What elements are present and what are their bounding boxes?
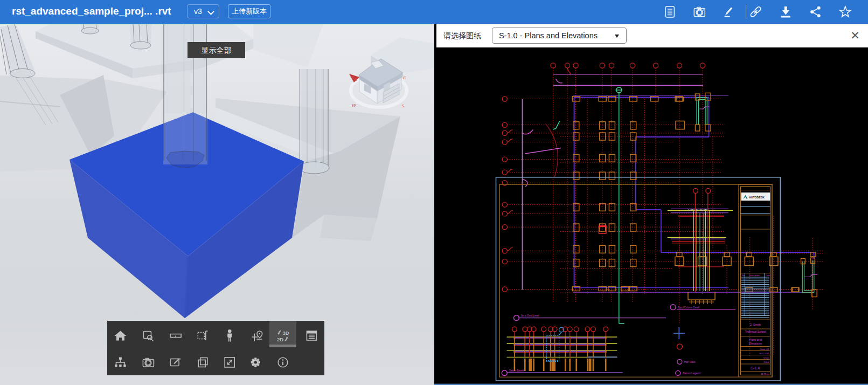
svg-text:AUTODESK: AUTODESK bbox=[749, 196, 765, 199]
svg-text:E: E bbox=[403, 75, 406, 80]
svg-text:S: S bbox=[401, 104, 405, 108]
svg-text:3D: 3D bbox=[283, 330, 289, 336]
svg-text:2. Smith: 2. Smith bbox=[750, 323, 761, 326]
svg-text:Drwn: Drwn bbox=[763, 356, 769, 359]
svg-text:Chkd: Chkd bbox=[763, 361, 769, 363]
svg-text:Description: Description bbox=[749, 274, 760, 277]
svg-text:Hdr Rails: Hdr Rails bbox=[684, 360, 696, 363]
svg-text:Scl 1:100: Scl 1:100 bbox=[760, 352, 769, 355]
svg-text:Datum Legend: Datum Legend bbox=[683, 372, 700, 375]
svg-text:2D: 2D bbox=[277, 336, 283, 342]
svg-text:Typcl Column Detail: Typcl Column Detail bbox=[678, 306, 699, 309]
svg-text:No: No bbox=[742, 274, 745, 277]
svg-text:Elevations: Elevations bbox=[749, 342, 762, 345]
svg-text:S-1.0: S-1.0 bbox=[751, 366, 760, 370]
svg-text:Technical School: Technical School bbox=[745, 330, 766, 333]
svg-text:0m ± Grnd Level: 0m ± Grnd Level bbox=[521, 314, 539, 317]
svg-text:Date: 03: Date: 03 bbox=[760, 348, 769, 350]
svg-text:Datum Baseln: Datum Baseln bbox=[509, 369, 525, 372]
svg-text:P 28 m: P 28 m bbox=[761, 373, 769, 376]
svg-text:Plans and: Plans and bbox=[749, 338, 761, 341]
svg-text:Date: Date bbox=[766, 274, 770, 277]
svg-text:N: N bbox=[354, 77, 357, 82]
